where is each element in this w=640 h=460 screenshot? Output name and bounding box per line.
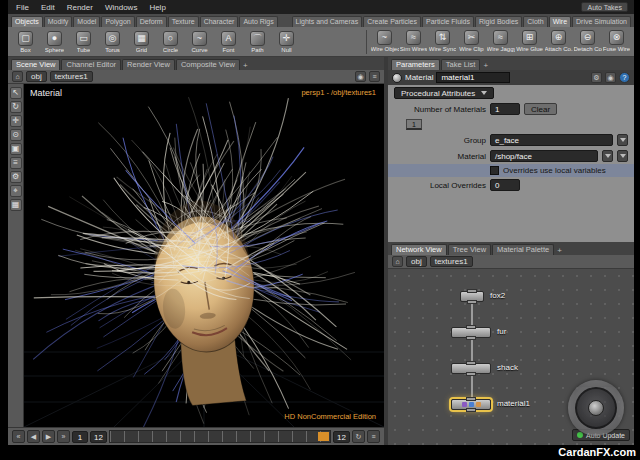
- orbit-tool-icon[interactable]: ⊙: [10, 129, 22, 141]
- node-fox2[interactable]: fox2: [460, 291, 484, 302]
- help-icon[interactable]: ?: [619, 72, 630, 83]
- shelf-tool-grid[interactable]: ▦Grid: [127, 31, 156, 53]
- tab-network-view[interactable]: Network View: [391, 244, 447, 255]
- settings-tool-icon[interactable]: ⚙: [10, 171, 22, 183]
- tab-composite-view[interactable]: Composite View: [176, 59, 240, 70]
- shelf-tab-autorigs[interactable]: Auto Rigs: [239, 16, 277, 27]
- shelf-tool-sphere[interactable]: ●Sphere: [40, 31, 69, 53]
- shelf-tool-path[interactable]: ⌒Path: [243, 31, 272, 53]
- shelf-tab-cloth[interactable]: Cloth: [523, 16, 547, 27]
- group-field[interactable]: e_face: [490, 134, 613, 146]
- frame-tool-icon[interactable]: ▣: [10, 143, 22, 155]
- current-frame-field[interactable]: 12: [90, 431, 107, 443]
- tab-render-view[interactable]: Render View: [122, 59, 175, 70]
- pin-icon[interactable]: ◉: [605, 72, 616, 83]
- preset-dropdown[interactable]: Procedural Attributes: [394, 87, 494, 99]
- shelf-tool-font[interactable]: AFont: [214, 31, 243, 53]
- move-tool-icon[interactable]: ✛: [10, 115, 22, 127]
- shelf-tab-particle-fluids[interactable]: Particle Fluids: [422, 16, 474, 27]
- loop-button[interactable]: ↻: [352, 430, 365, 443]
- node-name-field[interactable]: material1: [436, 72, 510, 83]
- clear-button[interactable]: Clear: [524, 103, 557, 115]
- jump-end-button[interactable]: »: [57, 430, 70, 443]
- number-of-materials-field[interactable]: 1: [490, 103, 520, 115]
- shelf-tab-lights-cameras[interactable]: Lights and Cameras: [292, 16, 363, 27]
- frame-start-field[interactable]: 1: [72, 431, 88, 443]
- jump-start-button[interactable]: «: [12, 430, 25, 443]
- shelf-tab-model[interactable]: Model: [73, 16, 100, 27]
- shelf-tool-wire-glue[interactable]: ⊞Wire Glue: [515, 30, 544, 54]
- shelf-tool-circle[interactable]: ○Circle: [156, 31, 185, 53]
- material-chooser-icon[interactable]: [602, 150, 613, 162]
- shelf-tool-sim-wires[interactable]: ≈Sim Wires: [399, 30, 428, 54]
- play-button[interactable]: ▶: [42, 430, 55, 443]
- shelf-tool-fuse-wire[interactable]: ⊗Fuse Wire: [602, 30, 631, 54]
- shelf-tool-null[interactable]: ✛Null: [272, 31, 301, 53]
- gear-icon[interactable]: ⚙: [591, 72, 602, 83]
- shelf-tab-wire[interactable]: Wire: [549, 16, 571, 27]
- breadcrumb-root[interactable]: obj: [26, 71, 47, 82]
- viewport-3d[interactable]: Material persp1 - /obj/textures1 HD NonC…: [24, 84, 384, 427]
- add-pane-tab-icon[interactable]: +: [481, 61, 490, 70]
- shelf-tab-deform[interactable]: Deform: [136, 16, 167, 27]
- shelf-tool-wire-clip[interactable]: ✂Wire Clip: [457, 30, 486, 54]
- shelf-tool-attach[interactable]: ⊕Attach Co...: [544, 30, 573, 54]
- material-menu-icon[interactable]: [617, 150, 628, 162]
- tab-parameters[interactable]: Parameters: [391, 59, 440, 70]
- node-shack[interactable]: shack: [451, 363, 491, 374]
- grid-toggle-icon[interactable]: ▦: [10, 199, 22, 211]
- shelf-tab-texture[interactable]: Texture: [168, 16, 199, 27]
- shelf-tab-character[interactable]: Character: [200, 16, 239, 27]
- shelf-tool-wire-sync[interactable]: ⇅Wire Sync: [428, 30, 457, 54]
- network-canvas[interactable]: fox2 fur shack: [388, 269, 634, 445]
- shelf-tool-wire-object[interactable]: ~Wire Object: [370, 30, 399, 54]
- timeline-ruler[interactable]: [109, 430, 331, 443]
- auto-takes-button[interactable]: Auto Takes: [581, 2, 628, 12]
- tab-take-list[interactable]: Take List: [441, 59, 481, 70]
- update-mode-control[interactable]: Auto Update: [572, 429, 630, 441]
- shelf-tab-rigid-bodies[interactable]: Rigid Bodies: [475, 16, 522, 27]
- shelf-tool-wire-jaggy[interactable]: ≈Wire Jaggy: [486, 30, 515, 54]
- menu-windows[interactable]: Windows: [103, 3, 139, 12]
- home-icon[interactable]: ⌂: [392, 256, 403, 267]
- tab-scene-view[interactable]: Scene View: [11, 59, 60, 70]
- breadcrumb-node[interactable]: textures1: [50, 71, 93, 82]
- tab-tree-view[interactable]: Tree View: [448, 244, 491, 255]
- shelf-tab-create-particles[interactable]: Create Particles: [363, 16, 421, 27]
- menu-help[interactable]: Help: [147, 3, 167, 12]
- menu-edit[interactable]: Edit: [39, 3, 57, 12]
- add-pane-tab-icon[interactable]: +: [241, 61, 250, 70]
- add-pane-tab-icon[interactable]: +: [555, 246, 564, 255]
- group-dropdown-icon[interactable]: [617, 134, 628, 146]
- shelf-tab-modify[interactable]: Modify: [44, 16, 73, 27]
- pin-icon[interactable]: ◉: [355, 71, 366, 82]
- shelf-tab-objects[interactable]: Objects: [11, 16, 43, 27]
- overrides-checkbox[interactable]: [490, 166, 499, 175]
- options-icon[interactable]: ≡: [369, 71, 380, 82]
- tab-material-palette[interactable]: Material Palette: [492, 244, 554, 255]
- tab-channel-editor[interactable]: Channel Editor: [61, 59, 121, 70]
- frame-end-field[interactable]: 12: [333, 431, 350, 443]
- shelf-tool-tube[interactable]: ▭Tube: [69, 31, 98, 53]
- pivot-tool-icon[interactable]: ⌖: [10, 185, 22, 197]
- node-material1[interactable]: material1: [451, 399, 491, 410]
- select-tool-icon[interactable]: ↖: [10, 87, 22, 99]
- local-overrides-field[interactable]: 0: [490, 179, 520, 191]
- shelf-tool-curve[interactable]: ~Curve: [185, 31, 214, 53]
- playbar-options-button[interactable]: ≡: [367, 430, 380, 443]
- play-reverse-button[interactable]: ◀: [27, 430, 40, 443]
- breadcrumb-root[interactable]: obj: [406, 256, 427, 267]
- multiparm-tab-1[interactable]: 1: [406, 119, 422, 130]
- shelf-tab-polygon[interactable]: Polygon: [101, 16, 134, 27]
- menu-file[interactable]: File: [14, 3, 31, 12]
- shelf-tool-box[interactable]: ▢Box: [11, 31, 40, 53]
- display-options-icon[interactable]: ≡: [10, 157, 22, 169]
- material-field[interactable]: /shop/face: [490, 150, 598, 162]
- current-frame-marker[interactable]: [318, 432, 329, 441]
- shelf-tool-torus[interactable]: ◎Torus: [98, 31, 127, 53]
- tumble-tool-icon[interactable]: ↻: [10, 101, 22, 113]
- menu-render[interactable]: Render: [65, 3, 95, 12]
- shelf-tool-detach[interactable]: ⊖Detach Co...: [573, 30, 602, 54]
- shelf-tab-drive-simulation[interactable]: Drive Simulation: [572, 16, 631, 27]
- home-icon[interactable]: ⌂: [12, 71, 23, 82]
